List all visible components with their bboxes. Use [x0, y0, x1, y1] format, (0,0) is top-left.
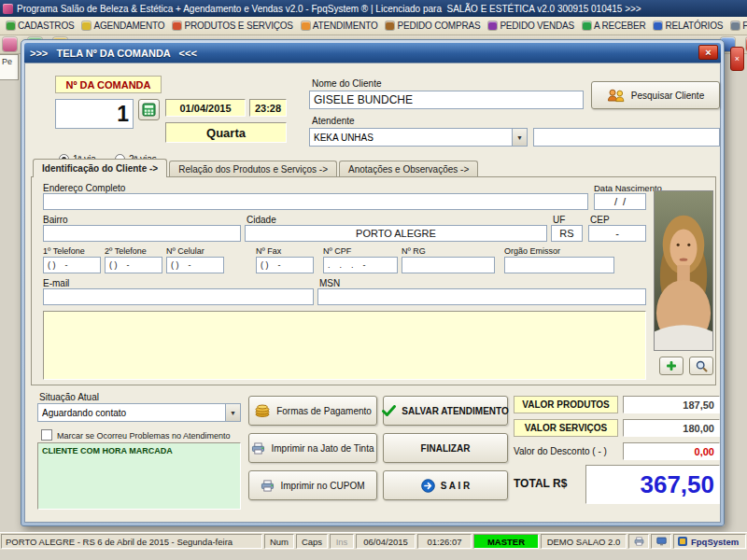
- menu-item-pedido-compras[interactable]: PEDIDO COMPRAS: [382, 18, 484, 35]
- tab-anotacoes[interactable]: Anotações e Observações ->: [339, 161, 478, 177]
- toolbar-icon[interactable]: [3, 37, 17, 51]
- sales-icon: [488, 21, 497, 30]
- menu-item-ferramentas[interactable]: FERRAMENTAS: [727, 18, 747, 35]
- menu-item-produtos-servicos[interactable]: PRODUTOS E SERVIÇOS: [169, 18, 296, 35]
- client-photo: [654, 190, 713, 351]
- client-notes-memo[interactable]: [43, 311, 646, 380]
- panel-close-button[interactable]: ×: [730, 47, 744, 71]
- products-total-label: VALOR PRODUTOS: [514, 396, 618, 413]
- discount-value[interactable]: 0,00: [623, 442, 720, 460]
- exit-icon: [421, 479, 435, 493]
- msn-field[interactable]: [317, 288, 646, 305]
- menu-item-label: FERRAMENTAS: [742, 21, 747, 31]
- situation-combo[interactable]: Aguardando contato ▼: [37, 403, 241, 422]
- status-user: MASTER: [473, 534, 539, 549]
- comanda-number-field[interactable]: 1: [55, 99, 134, 129]
- attendant-extra-field[interactable]: [533, 128, 720, 147]
- phone2-label: 2º Telefone: [105, 246, 147, 256]
- comanda-date-field[interactable]: 01/04/2015: [165, 99, 246, 117]
- menu-item-cadastros[interactable]: CADASTROS: [3, 18, 78, 35]
- finish-button[interactable]: FINALIZAR: [383, 433, 508, 463]
- search-client-button[interactable]: Pesquisar Cliente: [591, 81, 720, 109]
- finish-button-label: FINALIZAR: [421, 443, 471, 454]
- statusbar: PORTO ALEGRE - RS 6 de Abril de 2015 - S…: [0, 532, 747, 550]
- search-client-label: Pesquisar Cliente: [631, 91, 704, 101]
- tab-label: Relação dos Produtos e Serviços ->: [178, 164, 328, 175]
- close-icon[interactable]: ×: [698, 45, 718, 60]
- attendant-combo[interactable]: KEKA UNHAS ▼: [309, 128, 528, 147]
- tab-strip: Identificação do Cliente -> Relação dos …: [33, 159, 480, 177]
- situation-note-memo[interactable]: CLIENTE COM HORA MARCADA: [37, 442, 241, 510]
- menu-item-label: PEDIDO COMPRAS: [397, 21, 480, 31]
- calculator-icon[interactable]: [138, 99, 160, 120]
- tab-produtos-servicos[interactable]: Relação dos Produtos e Serviços ->: [169, 161, 337, 177]
- tab-identificacao-cliente[interactable]: Identificação do Cliente ->: [33, 159, 167, 177]
- products-total-value: 187,50: [623, 396, 720, 413]
- menu-item-label: PRODUTOS E SERVIÇOS: [184, 21, 292, 31]
- screen: Programa Salão de Beleza & Estética + Ag…: [0, 0, 747, 560]
- phone1-field[interactable]: ( ) -: [43, 257, 101, 273]
- client-name-field[interactable]: GISELE BUNDCHE: [309, 91, 584, 109]
- cell-field[interactable]: ( ) -: [166, 257, 224, 273]
- rg-field[interactable]: [402, 257, 495, 273]
- msn-label: MSN: [319, 278, 340, 288]
- menu-item-label: A RECEBER: [594, 21, 645, 31]
- issuer-label: Orgão Emissor: [504, 246, 560, 256]
- background-panel-label: Pe: [0, 54, 19, 80]
- problem-checkbox[interactable]: [41, 429, 52, 441]
- cep-label: CEP: [590, 215, 610, 225]
- menu-item-label: PEDIDO VENDAS: [500, 21, 574, 31]
- comanda-dialog: >>> TELA Nº DA COMANDA <<< × Nº DA COMAN…: [21, 39, 725, 526]
- chevron-down-icon[interactable]: ▼: [225, 404, 240, 421]
- birth-date-field[interactable]: / /: [594, 193, 646, 210]
- payment-button[interactable]: Formas de Pagamento: [248, 396, 377, 426]
- city-label: Cidade: [247, 215, 276, 225]
- printer-icon: [251, 442, 265, 455]
- menu-item-label: CADASTROS: [18, 21, 74, 31]
- menu-item-atendimento[interactable]: ATENDIMENTO: [298, 18, 382, 35]
- status-location: PORTO ALEGRE - RS 6 de Abril de 2015 - S…: [1, 534, 262, 549]
- district-field[interactable]: [43, 225, 241, 242]
- email-field[interactable]: [43, 288, 314, 305]
- status-time: 01:26:07: [417, 534, 472, 549]
- menu-item-pedido-vendas[interactable]: PEDIDO VENDAS: [485, 18, 578, 35]
- birth-date-label: Data Nascimento: [594, 183, 662, 193]
- uf-field[interactable]: RS: [551, 225, 583, 242]
- grand-total-label: TOTAL R$: [514, 477, 567, 490]
- address-label: Endereço Completo: [43, 183, 125, 193]
- fax-field[interactable]: ( ) -: [256, 257, 314, 273]
- print-inkjet-button[interactable]: Imprimir na Jato de Tinta: [248, 433, 377, 463]
- fpqsystem-logo-icon: [678, 537, 687, 546]
- menu-item-agendamento[interactable]: AGENDAMENTO: [78, 18, 168, 35]
- menu-item-label: RELATÓRIOS: [665, 21, 723, 31]
- address-field[interactable]: [43, 193, 588, 210]
- issuer-field[interactable]: [504, 257, 614, 273]
- zoom-photo-icon[interactable]: [689, 357, 713, 375]
- calendar-icon: [82, 21, 91, 30]
- tab-label: Anotações e Observações ->: [348, 164, 469, 175]
- menu-item-a-receber[interactable]: A RECEBER: [579, 18, 649, 35]
- client-name-label: Nome do Cliente: [312, 78, 381, 89]
- add-photo-icon[interactable]: [659, 357, 684, 375]
- chevron-down-icon[interactable]: ▼: [512, 129, 527, 146]
- print-coupon-button[interactable]: Imprimir no CUPOM: [248, 470, 377, 500]
- dialog-titlebar[interactable]: >>> TELA Nº DA COMANDA <<< ×: [24, 43, 721, 63]
- menu-item-relatorios[interactable]: RELATÓRIOS: [650, 18, 726, 35]
- phone2-field[interactable]: ( ) -: [105, 257, 162, 273]
- coins-icon: [254, 404, 271, 417]
- cpf-field[interactable]: . . . -: [323, 257, 398, 273]
- exit-button[interactable]: S A I R: [383, 470, 508, 500]
- report-icon: [654, 21, 662, 30]
- fax-label: Nº Fax: [256, 246, 281, 256]
- city-field[interactable]: PORTO ALEGRE: [245, 225, 547, 242]
- print-inkjet-label: Imprimir na Jato de Tinta: [271, 443, 374, 454]
- app-icon: [3, 4, 13, 14]
- folder-icon: [7, 21, 15, 30]
- comanda-time-field[interactable]: 23:28: [249, 99, 287, 117]
- save-button[interactable]: SALVAR ATENDIMENTO: [383, 396, 508, 426]
- problem-checkbox-label: Marcar se Ocorreu Problemas no Atendimen…: [57, 431, 231, 441]
- cep-field[interactable]: -: [588, 225, 646, 242]
- services-total-value: 180,00: [623, 419, 720, 437]
- status-monitor-icon: [651, 534, 671, 549]
- uf-label: UF: [553, 215, 565, 225]
